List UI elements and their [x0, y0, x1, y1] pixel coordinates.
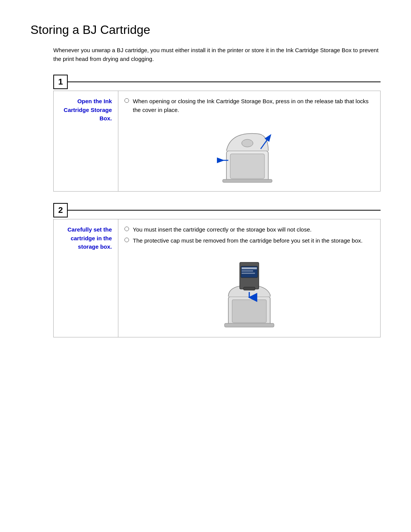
bullet-circle-icon-2	[124, 227, 129, 231]
step1-bullet-list: When opening or closing the Ink Cartridg…	[124, 97, 374, 114]
step2-image	[124, 251, 374, 331]
bullet-circle-icon-3	[124, 238, 129, 242]
step2-number: 2	[53, 203, 68, 217]
step2-content: You must insert the cartridge correctly …	[118, 219, 381, 337]
step2-bullet-1: You must insert the cartridge correctly …	[124, 225, 374, 234]
step2-header: 2	[30, 203, 381, 217]
step2-label: Carefully set the cartridge in the stora…	[54, 219, 118, 337]
step1-number: 1	[53, 75, 68, 89]
step1-table: Open the Ink Cartridge Storage Box. When…	[53, 91, 381, 192]
page-title: Storing a BJ Cartridge	[30, 23, 381, 37]
step1-label: Open the Ink Cartridge Storage Box.	[54, 91, 118, 192]
svg-rect-11	[242, 270, 253, 272]
svg-rect-13	[244, 287, 255, 290]
step1-content: When opening or closing the Ink Cartridg…	[118, 91, 381, 192]
svg-rect-7	[232, 300, 266, 323]
step1-line	[68, 81, 381, 82]
svg-rect-12	[242, 273, 255, 274]
step2-bullet-2: The protective cap must be removed from …	[124, 236, 374, 245]
svg-point-4	[242, 139, 253, 147]
intro-paragraph: Whenever you unwrap a BJ cartridge, you …	[30, 46, 381, 63]
svg-rect-1	[230, 154, 264, 179]
step1-image	[124, 120, 374, 185]
step2-line	[68, 210, 381, 211]
step2-bullet-list: You must insert the cartridge correctly …	[124, 225, 374, 245]
svg-rect-10	[242, 267, 257, 269]
svg-rect-15	[225, 323, 274, 327]
svg-rect-5	[223, 179, 272, 182]
step1-bullet-1: When opening or closing the Ink Cartridg…	[124, 97, 374, 114]
step2-table: Carefully set the cartridge in the stora…	[53, 219, 381, 337]
step1-header: 1	[30, 75, 381, 89]
bullet-circle-icon	[124, 98, 129, 103]
